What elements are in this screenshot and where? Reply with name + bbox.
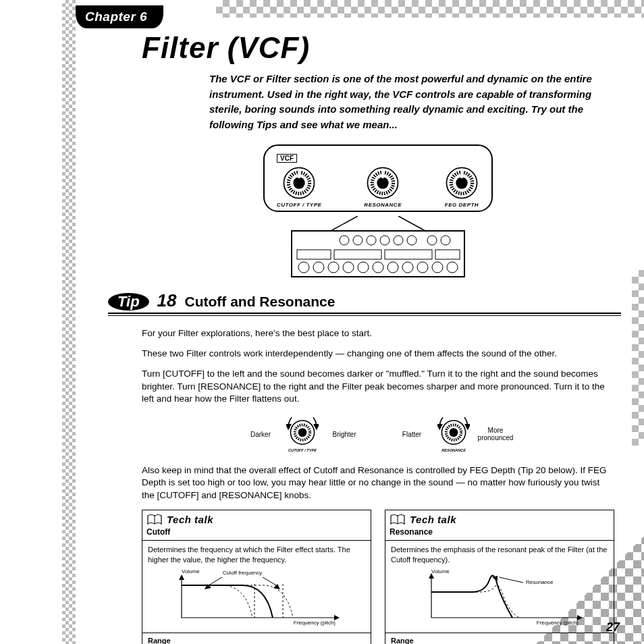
svg-rect-11 bbox=[460, 170, 462, 178]
svg-rect-7 bbox=[381, 170, 383, 178]
svg-point-33 bbox=[447, 262, 458, 273]
dial-caption-right: Brighter bbox=[324, 431, 365, 438]
svg-point-10 bbox=[456, 177, 467, 188]
tip-title: Cutoff and Resonance bbox=[185, 294, 336, 310]
svg-point-15 bbox=[340, 236, 349, 245]
svg-text:CUTOFF / TYPE: CUTOFF / TYPE bbox=[288, 448, 317, 452]
paragraph: Also keep in mind that the overall effec… bbox=[142, 464, 614, 502]
knob-icon: RESONANCE bbox=[437, 413, 470, 455]
decoration-checker-left bbox=[62, 0, 76, 644]
vcf-label: VCF bbox=[277, 154, 297, 163]
pages-icon bbox=[146, 514, 163, 526]
dial-diagrams: Darker CUTOFF / TYPE Brighter Flatt bbox=[142, 413, 614, 455]
svg-point-23 bbox=[298, 262, 309, 273]
device-panel-diagram bbox=[290, 216, 466, 278]
knob-resonance: RESONANCE bbox=[364, 165, 402, 208]
decoration-checker-top bbox=[216, 0, 644, 18]
resonance-graph: Volume Resonance Frequency (pitch) bbox=[391, 565, 593, 626]
svg-point-21 bbox=[427, 236, 437, 245]
svg-point-2 bbox=[294, 177, 305, 188]
svg-point-31 bbox=[417, 262, 428, 273]
tech-talk-row: Tech talk Cutoff Determines the frequenc… bbox=[142, 510, 614, 644]
svg-point-22 bbox=[441, 236, 450, 245]
page-title: Filter (VCF) bbox=[142, 31, 614, 65]
pages-icon bbox=[390, 514, 406, 526]
svg-point-19 bbox=[394, 236, 403, 245]
svg-line-61 bbox=[499, 577, 523, 583]
dial-caption-left: Flatter bbox=[392, 431, 432, 438]
range-label: Range bbox=[148, 636, 365, 644]
svg-line-51 bbox=[263, 577, 276, 585]
range-label: Range bbox=[391, 636, 608, 644]
svg-text:Volume: Volume bbox=[182, 568, 200, 574]
tip-number: 18 bbox=[157, 290, 177, 311]
cutoff-graph: Volume Cutoff frequency bbox=[148, 565, 350, 626]
knob-icon bbox=[365, 165, 400, 200]
svg-line-49 bbox=[209, 577, 222, 585]
tip-body: For your Filter explorations, here's the… bbox=[142, 315, 614, 644]
chapter-tab: Chapter 6 bbox=[76, 5, 163, 28]
knob-cutoff: CUTOFF / TYPE bbox=[277, 165, 321, 208]
tech-talk-heading: Tech talk bbox=[167, 513, 213, 527]
svg-point-20 bbox=[407, 236, 417, 245]
svg-line-12 bbox=[331, 216, 358, 231]
dial-resonance: Flatter RESONANCE More pronounced bbox=[392, 413, 516, 455]
tech-talk-description: Determines the frequency at which the Fi… bbox=[148, 545, 365, 565]
svg-point-30 bbox=[402, 262, 413, 273]
paragraph: These two Filter controls work interdepe… bbox=[142, 348, 614, 360]
svg-point-16 bbox=[353, 236, 363, 245]
svg-point-44 bbox=[450, 428, 458, 437]
svg-text:RESONANCE: RESONANCE bbox=[441, 448, 466, 452]
svg-point-32 bbox=[432, 262, 443, 273]
svg-text:Resonance: Resonance bbox=[526, 579, 554, 585]
svg-text:Frequency (pitch): Frequency (pitch) bbox=[537, 620, 579, 626]
vcf-panel-diagram: VCF CUTOFF / TYPE bbox=[263, 144, 493, 212]
tech-talk-subtitle: Resonance bbox=[385, 527, 614, 540]
paragraph: Turn [CUTOFF] to the left and the sound … bbox=[142, 368, 614, 405]
knob-icon bbox=[281, 165, 317, 200]
svg-point-26 bbox=[343, 262, 354, 273]
svg-rect-3 bbox=[298, 170, 300, 178]
svg-text:Frequency (pitch): Frequency (pitch) bbox=[294, 620, 336, 626]
tip-badge: Tip bbox=[108, 293, 149, 311]
svg-point-25 bbox=[328, 262, 339, 273]
svg-text:Cutoff frequency: Cutoff frequency bbox=[223, 570, 263, 576]
knob-label: CUTOFF / TYPE bbox=[277, 202, 321, 208]
svg-marker-52 bbox=[273, 584, 280, 589]
dial-cutoff: Darker CUTOFF / TYPE Brighter bbox=[240, 413, 365, 455]
svg-point-24 bbox=[313, 262, 324, 273]
svg-point-40 bbox=[298, 428, 307, 437]
svg-point-6 bbox=[377, 177, 389, 188]
tip-heading-bar: Tip 18 Cutoff and Resonance bbox=[108, 290, 621, 314]
paragraph: For your Filter explorations, here's the… bbox=[142, 327, 614, 340]
knob-feg-depth: FEG DEPTH bbox=[444, 165, 479, 208]
knob-label: FEG DEPTH bbox=[445, 202, 479, 208]
svg-point-18 bbox=[380, 236, 390, 245]
dial-caption-right: More pronounced bbox=[475, 427, 516, 441]
tech-talk-description: Determines the emphasis of the resonant … bbox=[391, 545, 608, 565]
manual-page: Chapter 6 Filter (VCF) The VCF or Filter… bbox=[0, 0, 644, 644]
decoration-checker-right bbox=[632, 270, 644, 446]
svg-point-28 bbox=[373, 262, 383, 273]
svg-text:Volume: Volume bbox=[431, 568, 450, 574]
dial-caption-left: Darker bbox=[240, 431, 281, 438]
svg-point-27 bbox=[358, 262, 369, 273]
knob-label: RESONANCE bbox=[364, 202, 402, 208]
knob-icon bbox=[444, 165, 479, 200]
svg-point-17 bbox=[367, 236, 376, 245]
tech-talk-cutoff: Tech talk Cutoff Determines the frequenc… bbox=[142, 510, 371, 644]
page-content: Filter (VCF) The VCF or Filter section i… bbox=[142, 31, 614, 644]
tech-talk-resonance: Tech talk Resonance Determines the empha… bbox=[385, 510, 614, 644]
svg-point-29 bbox=[387, 262, 398, 273]
page-number: 27 bbox=[606, 620, 620, 635]
tech-talk-subtitle: Cutoff bbox=[142, 527, 371, 540]
knob-icon: CUTOFF / TYPE bbox=[286, 413, 319, 455]
intro-paragraph: The VCF or Filter section is one of the … bbox=[142, 72, 621, 132]
svg-line-13 bbox=[398, 216, 425, 231]
svg-marker-53 bbox=[179, 574, 184, 580]
tech-talk-heading: Tech talk bbox=[410, 513, 456, 527]
